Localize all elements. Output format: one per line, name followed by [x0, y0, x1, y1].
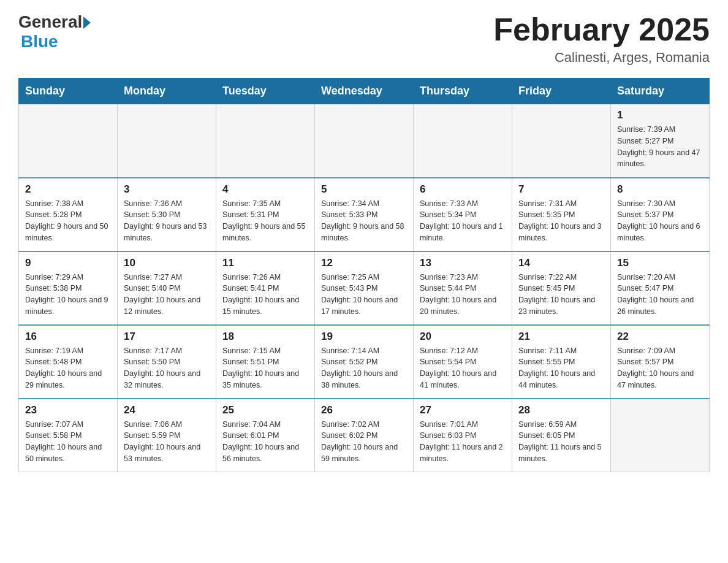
day-info: Sunrise: 7:20 AMSunset: 5:47 PMDaylight:…: [617, 272, 703, 318]
calendar-cell: [512, 104, 611, 178]
day-info: Sunrise: 7:19 AMSunset: 5:48 PMDaylight:…: [25, 345, 111, 391]
day-info: Sunrise: 7:35 AMSunset: 5:31 PMDaylight:…: [222, 198, 308, 244]
day-number: 11: [222, 257, 308, 269]
day-header-wednesday: Wednesday: [315, 79, 414, 104]
week-row-1: 1Sunrise: 7:39 AMSunset: 5:27 PMDaylight…: [19, 104, 710, 178]
calendar-cell: 14Sunrise: 7:22 AMSunset: 5:45 PMDayligh…: [512, 251, 611, 325]
day-info: Sunrise: 7:34 AMSunset: 5:33 PMDaylight:…: [321, 198, 407, 244]
calendar-cell: 25Sunrise: 7:04 AMSunset: 6:01 PMDayligh…: [216, 399, 315, 472]
day-header-monday: Monday: [118, 79, 216, 104]
day-info: Sunrise: 7:17 AMSunset: 5:50 PMDaylight:…: [124, 345, 210, 391]
calendar-cell: [315, 104, 414, 178]
day-number: 4: [222, 183, 308, 196]
days-of-week-row: SundayMondayTuesdayWednesdayThursdayFrid…: [19, 79, 710, 104]
calendar-cell: [118, 104, 216, 178]
day-number: 28: [518, 404, 604, 416]
day-info: Sunrise: 7:22 AMSunset: 5:45 PMDaylight:…: [518, 272, 604, 318]
day-info: Sunrise: 7:38 AMSunset: 5:28 PMDaylight:…: [25, 198, 111, 244]
calendar-cell: 22Sunrise: 7:09 AMSunset: 5:57 PMDayligh…: [611, 325, 710, 399]
calendar-cell: 8Sunrise: 7:30 AMSunset: 5:37 PMDaylight…: [611, 178, 710, 251]
day-info: Sunrise: 7:31 AMSunset: 5:35 PMDaylight:…: [518, 198, 604, 244]
page-header: General Blue February 2025 Calinesti, Ar…: [18, 12, 710, 66]
calendar-cell: [19, 104, 118, 178]
day-number: 15: [617, 257, 703, 269]
day-info: Sunrise: 7:11 AMSunset: 5:55 PMDaylight:…: [518, 345, 604, 391]
day-info: Sunrise: 7:36 AMSunset: 5:30 PMDaylight:…: [124, 198, 210, 244]
day-info: Sunrise: 7:09 AMSunset: 5:57 PMDaylight:…: [617, 345, 703, 391]
calendar-cell: 6Sunrise: 7:33 AMSunset: 5:34 PMDaylight…: [414, 178, 512, 251]
day-number: 14: [518, 257, 604, 269]
week-row-4: 16Sunrise: 7:19 AMSunset: 5:48 PMDayligh…: [19, 325, 710, 399]
calendar-cell: 24Sunrise: 7:06 AMSunset: 5:59 PMDayligh…: [118, 399, 216, 472]
calendar-table: SundayMondayTuesdayWednesdayThursdayFrid…: [18, 78, 710, 472]
calendar-cell: 5Sunrise: 7:34 AMSunset: 5:33 PMDaylight…: [315, 178, 414, 251]
day-number: 23: [25, 404, 111, 416]
week-row-2: 2Sunrise: 7:38 AMSunset: 5:28 PMDaylight…: [19, 178, 710, 251]
day-info: Sunrise: 7:14 AMSunset: 5:52 PMDaylight:…: [321, 345, 407, 391]
day-number: 20: [420, 331, 506, 343]
logo-arrow-icon: [83, 17, 91, 29]
day-number: 1: [617, 109, 703, 121]
day-info: Sunrise: 7:15 AMSunset: 5:51 PMDaylight:…: [222, 345, 308, 391]
day-number: 7: [518, 183, 604, 196]
calendar-cell: 17Sunrise: 7:17 AMSunset: 5:50 PMDayligh…: [118, 325, 216, 399]
calendar-title: February 2025: [493, 12, 710, 47]
calendar-cell: 4Sunrise: 7:35 AMSunset: 5:31 PMDaylight…: [216, 178, 315, 251]
day-number: 8: [617, 183, 703, 196]
day-number: 10: [124, 257, 210, 269]
day-info: Sunrise: 7:26 AMSunset: 5:41 PMDaylight:…: [222, 272, 308, 318]
day-info: Sunrise: 7:39 AMSunset: 5:27 PMDaylight:…: [617, 124, 703, 170]
calendar-body: 1Sunrise: 7:39 AMSunset: 5:27 PMDaylight…: [19, 104, 710, 472]
calendar-cell: 11Sunrise: 7:26 AMSunset: 5:41 PMDayligh…: [216, 251, 315, 325]
calendar-cell: 19Sunrise: 7:14 AMSunset: 5:52 PMDayligh…: [315, 325, 414, 399]
calendar-cell: 13Sunrise: 7:23 AMSunset: 5:44 PMDayligh…: [414, 251, 512, 325]
week-row-3: 9Sunrise: 7:29 AMSunset: 5:38 PMDaylight…: [19, 251, 710, 325]
day-number: 17: [124, 331, 210, 343]
calendar-header: SundayMondayTuesdayWednesdayThursdayFrid…: [19, 79, 710, 104]
day-header-tuesday: Tuesday: [216, 79, 315, 104]
day-number: 25: [222, 404, 308, 416]
day-info: Sunrise: 7:27 AMSunset: 5:40 PMDaylight:…: [124, 272, 210, 318]
logo-general-text: General: [18, 12, 82, 32]
title-section: February 2025 Calinesti, Arges, Romania: [493, 12, 710, 66]
day-number: 24: [124, 404, 210, 416]
day-number: 6: [420, 183, 506, 196]
day-number: 16: [25, 331, 111, 343]
day-header-saturday: Saturday: [611, 79, 710, 104]
calendar-cell: 23Sunrise: 7:07 AMSunset: 5:58 PMDayligh…: [19, 399, 118, 472]
day-info: Sunrise: 7:06 AMSunset: 5:59 PMDaylight:…: [124, 419, 210, 465]
calendar-cell: 2Sunrise: 7:38 AMSunset: 5:28 PMDaylight…: [19, 178, 118, 251]
day-number: 13: [420, 257, 506, 269]
day-number: 3: [124, 183, 210, 196]
calendar-cell: 26Sunrise: 7:02 AMSunset: 6:02 PMDayligh…: [315, 399, 414, 472]
day-header-sunday: Sunday: [19, 79, 118, 104]
day-info: Sunrise: 7:23 AMSunset: 5:44 PMDaylight:…: [420, 272, 506, 318]
day-info: Sunrise: 7:02 AMSunset: 6:02 PMDaylight:…: [321, 419, 407, 465]
day-info: Sunrise: 6:59 AMSunset: 6:05 PMDaylight:…: [518, 419, 604, 465]
calendar-cell: [216, 104, 315, 178]
day-number: 5: [321, 183, 407, 196]
day-number: 26: [321, 404, 407, 416]
day-info: Sunrise: 7:07 AMSunset: 5:58 PMDaylight:…: [25, 419, 111, 465]
day-number: 18: [222, 331, 308, 343]
logo: General Blue: [18, 12, 91, 52]
calendar-cell: 3Sunrise: 7:36 AMSunset: 5:30 PMDaylight…: [118, 178, 216, 251]
day-number: 19: [321, 331, 407, 343]
day-number: 12: [321, 257, 407, 269]
day-info: Sunrise: 7:29 AMSunset: 5:38 PMDaylight:…: [25, 272, 111, 318]
calendar-cell: 9Sunrise: 7:29 AMSunset: 5:38 PMDaylight…: [19, 251, 118, 325]
day-info: Sunrise: 7:25 AMSunset: 5:43 PMDaylight:…: [321, 272, 407, 318]
day-number: 2: [25, 183, 111, 196]
calendar-subtitle: Calinesti, Arges, Romania: [493, 50, 710, 66]
calendar-cell: 16Sunrise: 7:19 AMSunset: 5:48 PMDayligh…: [19, 325, 118, 399]
day-info: Sunrise: 7:33 AMSunset: 5:34 PMDaylight:…: [420, 198, 506, 244]
day-info: Sunrise: 7:01 AMSunset: 6:03 PMDaylight:…: [420, 419, 506, 465]
logo-blue-text: Blue: [21, 32, 58, 52]
calendar-cell: 15Sunrise: 7:20 AMSunset: 5:47 PMDayligh…: [611, 251, 710, 325]
calendar-cell: 27Sunrise: 7:01 AMSunset: 6:03 PMDayligh…: [414, 399, 512, 472]
week-row-5: 23Sunrise: 7:07 AMSunset: 5:58 PMDayligh…: [19, 399, 710, 472]
calendar-cell: 18Sunrise: 7:15 AMSunset: 5:51 PMDayligh…: [216, 325, 315, 399]
day-number: 9: [25, 257, 111, 269]
day-info: Sunrise: 7:30 AMSunset: 5:37 PMDaylight:…: [617, 198, 703, 244]
calendar-cell: 7Sunrise: 7:31 AMSunset: 5:35 PMDaylight…: [512, 178, 611, 251]
